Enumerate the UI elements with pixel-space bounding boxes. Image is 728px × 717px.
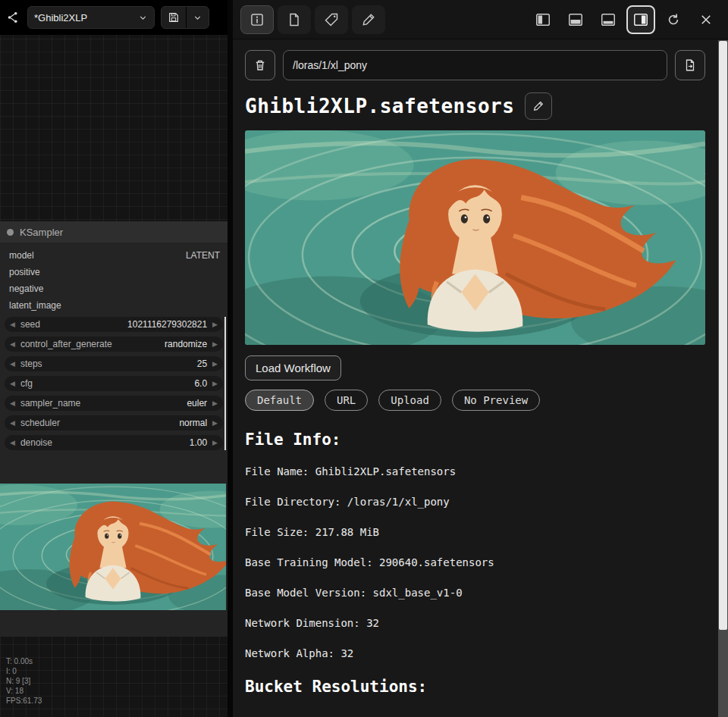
node-header[interactable]: KSampler [0,221,228,243]
decrement-arrow-icon[interactable]: ◀ [10,400,15,407]
slot-row[interactable]: latent_image [0,297,228,314]
increment-arrow-icon[interactable]: ▶ [212,420,218,427]
chevron-down-icon [138,13,148,23]
node-slots: model LATENT positive negative latent_im… [0,243,228,314]
open-file-icon [683,58,697,72]
output-slot-label: LATENT [186,250,220,261]
widget-value: normal [179,418,207,428]
widget-cfg[interactable]: ◀ cfg 6.0 ▶ [5,376,223,391]
document-icon [287,12,302,27]
bucket-resolutions-heading: Bucket Resolutions: [245,678,705,696]
lora-preview-image [245,130,705,345]
stat-line: I: 0 [6,666,42,676]
edit-title-button[interactable] [525,92,552,120]
panel-divider[interactable] [228,0,233,717]
preview-source-no-preview[interactable]: No Preview [452,390,540,411]
save-menu-button[interactable] [187,7,209,28]
decrement-arrow-icon[interactable]: ◀ [10,341,15,348]
panel-header [233,0,728,39]
file-name-line: File Name: Ghibli2XLP.safetensors [245,465,705,477]
node-collapse-icon[interactable] [7,229,14,236]
input-slot-label: model [9,250,34,261]
dock-bottom-thin-button[interactable] [594,5,623,34]
widget-steps[interactable]: ◀ steps 25 ▶ [5,356,223,371]
increment-arrow-icon[interactable]: ▶ [212,400,218,407]
widget-value: 1.00 [190,437,207,448]
tab-description[interactable] [278,5,311,34]
decrement-arrow-icon[interactable]: ◀ [10,420,15,427]
close-icon [699,13,713,27]
save-split-button [161,6,209,29]
info-icon [249,12,265,27]
dock-left-button[interactable] [529,5,557,34]
widget-seed[interactable]: ◀ seed 1021116279302821 ▶ [5,317,223,332]
tag-icon [324,12,339,27]
open-file-button[interactable] [675,50,705,80]
chevron-down-icon [193,13,202,23]
dock-bottom-button[interactable] [561,5,590,34]
dock-bottom-icon [567,11,584,28]
widget-value: 6.0 [194,378,207,389]
workflow-toolbar: *Ghibli2XLP [0,0,228,35]
widget-label: scheduler [20,418,179,428]
scrollbar-thumb[interactable] [719,41,727,630]
input-slot-label: negative [9,283,43,294]
decrement-arrow-icon[interactable]: ◀ [10,440,15,446]
widget-scheduler[interactable]: ◀ scheduler normal ▶ [5,415,223,431]
decrement-arrow-icon[interactable]: ◀ [10,380,15,387]
file-directory-line: File Directory: /loras/1/xl_pony [245,496,705,508]
widget-denoise[interactable]: ◀ denoise 1.00 ▶ [5,435,223,450]
increment-arrow-icon[interactable]: ▶ [212,440,218,446]
tab-tags[interactable] [315,5,348,34]
panel-scrollbar[interactable] [718,40,728,717]
preview-source-row: Default URL Upload No Preview [245,390,705,411]
increment-arrow-icon[interactable]: ▶ [212,380,218,387]
widget-label: seed [20,319,127,330]
lora-path-input[interactable] [283,50,667,80]
preview-source-upload[interactable]: Upload [378,390,441,411]
share-button[interactable] [5,9,21,26]
graph-canvas-pane[interactable]: *Ghibli2XLP KSampler model [0,0,228,717]
delete-button[interactable] [245,50,275,80]
app-window: *Ghibli2XLP KSampler model [0,0,728,717]
dock-bottom-thin-icon [600,11,617,28]
preview-source-url[interactable]: URL [325,390,368,411]
dock-right-button[interactable] [626,5,655,34]
increment-arrow-icon[interactable]: ▶ [212,361,218,368]
base-model-version-line: Base Model Version: sdxl_base_v1-0 [245,587,705,599]
slot-row[interactable]: positive [0,264,228,280]
decrement-arrow-icon[interactable]: ◀ [10,321,15,328]
increment-arrow-icon[interactable]: ▶ [212,321,218,328]
widget-label: steps [20,358,197,369]
save-icon [168,11,180,23]
dock-left-icon [535,11,551,28]
workflow-name: *Ghibli2XLP [34,12,87,23]
ksampler-node[interactable]: KSampler model LATENT positive negative … [0,221,228,637]
tab-edit[interactable] [352,5,385,34]
stat-line: FPS:61.73 [6,696,42,706]
input-slot-label: positive [9,267,40,277]
slot-row[interactable]: negative [0,280,228,297]
increment-arrow-icon[interactable]: ▶ [212,341,218,348]
widget-sampler-name[interactable]: ◀ sampler_name euler ▶ [5,396,223,411]
workflow-select[interactable]: *Ghibli2XLP [27,6,155,29]
decrement-arrow-icon[interactable]: ◀ [10,361,15,368]
widget-label: control_after_generate [20,339,165,349]
reload-icon [666,12,681,27]
tab-info[interactable] [240,5,274,34]
panel-body: Ghibli2XLP.safetensors Load Workflow Def… [233,39,728,696]
base-training-model-line: Base Training Model: 290640.safetensors [245,556,705,568]
slot-row[interactable]: model LATENT [0,247,228,264]
lora-info-panel: Ghibli2XLP.safetensors Load Workflow Def… [233,0,728,717]
load-workflow-button[interactable]: Load Workflow [245,355,341,380]
widget-control-after-generate[interactable]: ◀ control_after_generate randomize ▶ [5,337,223,352]
reload-button[interactable] [659,5,688,34]
save-button[interactable] [162,7,186,28]
node-widgets: ◀ seed 1021116279302821 ▶ ◀ control_afte… [5,317,226,450]
close-panel-button[interactable] [692,5,720,34]
file-info-heading: File Info: [245,431,705,449]
preview-source-default[interactable]: Default [245,390,314,411]
widget-value: randomize [165,339,207,349]
trash-icon [253,58,267,72]
dock-right-icon [632,11,649,28]
